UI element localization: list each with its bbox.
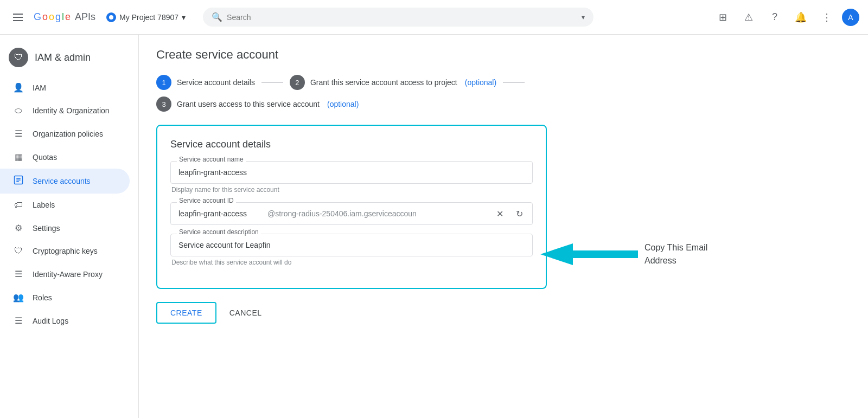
create-button[interactable]: CREATE xyxy=(156,302,216,324)
desc-field-label: Service account description xyxy=(177,228,261,236)
sidebar-item-org-policies-label: Organization policies xyxy=(33,130,103,138)
page-title: Create service account xyxy=(156,48,851,62)
form-card-title: Service account details xyxy=(170,139,533,150)
step-1: 1 Service account details xyxy=(156,75,255,90)
more-options-button[interactable]: ⋮ xyxy=(816,7,838,28)
step-2: 2 Grant this service account access to p… xyxy=(290,75,496,90)
desc-field-hint: Describe what this service account will … xyxy=(170,259,533,266)
sidebar-item-service-accounts[interactable]: Service accounts xyxy=(0,169,130,194)
sidebar-item-identity-org-label: Identity & Organization xyxy=(33,106,110,115)
stepper: 1 Service account details 2 Grant this s… xyxy=(156,75,851,90)
google-logo: Google APIs xyxy=(34,11,95,23)
form-actions: CREATE CANCEL xyxy=(156,302,851,324)
step-3-optional: (optional) xyxy=(327,100,359,108)
arrow-icon xyxy=(540,241,638,268)
service-account-details-card: Service account details Service account … xyxy=(156,125,547,289)
id-field-domain-part: @strong-radius-250406.iam.gserviceaccoun xyxy=(265,203,491,224)
iam-icon: 👤 xyxy=(13,82,24,93)
sidebar-item-settings-label: Settings xyxy=(33,224,60,233)
user-avatar[interactable]: A xyxy=(842,9,859,26)
sidebar-item-quotas[interactable]: ▦ Quotas xyxy=(0,145,130,169)
svg-marker-4 xyxy=(540,243,638,265)
step-connector-2 xyxy=(503,82,525,83)
id-field-wrap: leapfin-grant-access @strong-radius-2504… xyxy=(170,202,533,225)
sidebar-item-labels-label: Labels xyxy=(33,201,55,209)
step-3-label: Grant users access to this service accou… xyxy=(177,100,320,108)
search-dropdown-arrow[interactable]: ▾ xyxy=(582,14,585,21)
sidebar-item-org-policies[interactable]: ☰ Organization policies xyxy=(0,122,130,145)
id-field-name-part: leapfin-grant-access xyxy=(178,203,265,224)
sidebar-item-roles[interactable]: 👥 Roles xyxy=(0,286,130,309)
sidebar-item-identity-org[interactable]: ⬭ Identity & Organization xyxy=(0,99,130,122)
sidebar-header: 🛡 IAM & admin xyxy=(0,39,138,76)
help-icon-button[interactable]: ? xyxy=(764,7,786,28)
step-3-circle: 3 xyxy=(156,97,171,112)
sidebar-item-identity-aware-proxy[interactable]: ☰ Identity-Aware Proxy xyxy=(0,262,130,286)
quotas-icon: ▦ xyxy=(13,152,24,162)
step-2-optional: (optional) xyxy=(465,78,496,87)
sidebar-item-audit-logs-label: Audit Logs xyxy=(33,317,68,325)
sidebar-item-iam-label: IAM xyxy=(33,83,46,92)
sidebar-item-labels[interactable]: 🏷 Labels xyxy=(0,194,130,216)
apps-icon-button[interactable]: ⊞ xyxy=(712,7,733,28)
sidebar-title: IAM & admin xyxy=(35,52,91,63)
service-account-description-input[interactable] xyxy=(170,234,533,256)
labels-icon: 🏷 xyxy=(13,200,24,210)
org-policies-icon: ☰ xyxy=(13,128,24,139)
topbar: Google APIs My Project 78907 ▾ 🔍 ▾ ⊞ ⚠ ?… xyxy=(0,0,868,35)
annotation-text: Copy This EmailAddress xyxy=(644,241,707,267)
iam-admin-icon: 🛡 xyxy=(9,48,28,67)
service-account-description-field: Service account description Describe wha… xyxy=(170,234,533,266)
main-content: Create service account 1 Service account… xyxy=(139,35,868,418)
sidebar-item-audit-logs[interactable]: ☰ Audit Logs xyxy=(0,309,130,332)
step-2-label: Grant this service account access to pro… xyxy=(310,78,457,87)
service-account-name-input[interactable] xyxy=(170,161,533,184)
step-1-label: Service account details xyxy=(177,78,255,87)
cryptographic-keys-icon: 🛡 xyxy=(13,246,24,256)
service-account-name-field: Service account name Display name for th… xyxy=(170,161,533,194)
sidebar-item-settings[interactable]: ⚙ Settings xyxy=(0,216,130,240)
id-clear-button[interactable]: ✕ xyxy=(491,205,508,222)
search-bar[interactable]: 🔍 ▾ xyxy=(203,8,593,27)
sidebar-item-quotas-label: Quotas xyxy=(33,153,57,162)
cancel-button[interactable]: CANCEL xyxy=(221,303,271,323)
sidebar-item-cryptographic-keys[interactable]: 🛡 Cryptographic keys xyxy=(0,240,130,262)
sidebar-item-iam[interactable]: 👤 IAM xyxy=(0,76,130,99)
project-selector[interactable]: My Project 78907 ▾ xyxy=(102,10,190,24)
menu-button[interactable] xyxy=(9,9,27,25)
sidebar-item-identity-aware-proxy-label: Identity-Aware Proxy xyxy=(33,270,103,279)
step-3-row: 3 Grant users access to this service acc… xyxy=(156,97,851,112)
id-refresh-button[interactable]: ↻ xyxy=(510,205,528,222)
sidebar-item-cryptographic-keys-label: Cryptographic keys xyxy=(33,247,98,255)
copy-email-annotation: Copy This EmailAddress xyxy=(540,241,707,268)
sidebar-item-roles-label: Roles xyxy=(33,293,52,302)
project-dropdown-arrow: ▾ xyxy=(182,13,186,22)
sidebar: 🛡 IAM & admin 👤 IAM ⬭ Identity & Organiz… xyxy=(0,35,139,418)
service-account-id-field: Service account ID leapfin-grant-access … xyxy=(170,202,533,225)
settings-icon: ⚙ xyxy=(13,223,24,233)
sidebar-item-service-accounts-label: Service accounts xyxy=(33,177,91,185)
id-field-actions: ✕ ↻ xyxy=(491,205,528,222)
service-accounts-icon xyxy=(13,175,24,187)
search-input[interactable] xyxy=(227,13,577,22)
roles-icon: 👥 xyxy=(13,292,24,303)
name-field-label: Service account name xyxy=(177,156,246,163)
step-1-circle: 1 xyxy=(156,75,171,90)
notification-icon-button[interactable]: 🔔 xyxy=(790,7,812,28)
alert-icon-button[interactable]: ⚠ xyxy=(738,7,760,28)
project-icon xyxy=(106,12,116,22)
step-connector-1 xyxy=(261,82,283,83)
step-2-circle: 2 xyxy=(290,75,305,90)
project-name: My Project 78907 xyxy=(119,13,178,22)
name-field-hint: Display name for this service account xyxy=(170,186,533,194)
id-field-label: Service account ID xyxy=(177,197,236,204)
identity-org-icon: ⬭ xyxy=(13,106,24,115)
audit-logs-icon: ☰ xyxy=(13,316,24,326)
search-icon: 🔍 xyxy=(212,12,222,22)
identity-aware-proxy-icon: ☰ xyxy=(13,269,24,279)
